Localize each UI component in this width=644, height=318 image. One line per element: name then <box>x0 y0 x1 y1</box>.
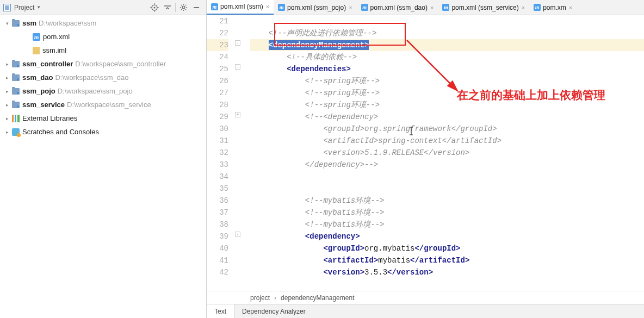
file-icon <box>33 47 40 54</box>
line-number: 30 <box>207 123 228 135</box>
tree-item[interactable]: ▸Scratches and Consoles <box>0 125 206 139</box>
code-line[interactable]: <groupId>org.mybatis</groupId> <box>250 242 644 254</box>
tree-item-label: ssm_controller <box>22 60 73 68</box>
tree-item[interactable]: mpom.xml <box>0 30 206 43</box>
code-line[interactable]: <dependencies> <box>250 63 644 75</box>
breadcrumb-item[interactable]: dependencyManagement <box>281 294 354 302</box>
tree-item[interactable]: ▸ssm_controllerD:\workspace\ssm_controll… <box>0 57 206 71</box>
code-line[interactable]: <artifactId>mybatis</artifactId> <box>250 254 644 266</box>
close-icon[interactable]: × <box>349 4 352 11</box>
breadcrumb-item[interactable]: project <box>250 294 270 302</box>
editor-tab[interactable]: mpom.xml (ssm_service)× <box>438 0 529 15</box>
code-line[interactable]: <!--<dependency> <box>250 111 644 123</box>
sidebar-header: Project ▼ <box>0 0 206 15</box>
gear-icon[interactable] <box>177 1 190 14</box>
bottom-tabs: TextDependency Analyzer <box>207 304 644 318</box>
line-number: 40 <box>207 242 228 254</box>
line-number: 26 <box>207 75 228 87</box>
module-folder-icon <box>12 88 20 95</box>
close-icon[interactable]: × <box>522 4 525 11</box>
code-line[interactable] <box>250 183 644 195</box>
fold-toggle-icon[interactable]: - <box>235 232 240 237</box>
chevron-down-icon[interactable]: ▾ <box>3 20 11 27</box>
collapse-icon[interactable] <box>161 1 174 14</box>
line-number: 38 <box>207 219 228 230</box>
code-line[interactable]: <!--mybatis环境--> <box>250 207 644 219</box>
code-line[interactable]: <!--具体的依赖--> <box>250 51 644 63</box>
close-icon[interactable]: × <box>266 3 269 10</box>
bottom-tab[interactable]: Dependency Analyzer <box>234 304 313 319</box>
code-line[interactable]: <dependencyManagement> <box>250 39 644 51</box>
editor-tabs: mpom.xml (ssm)×mpom.xml (ssm_pojo)×mpom.… <box>207 0 644 15</box>
project-tree[interactable]: ▾ssmD:\workspace\ssmmpom.xmlssm.iml▸ssm_… <box>0 15 206 318</box>
chevron-down-icon[interactable]: ▼ <box>36 5 41 10</box>
chevron-right-icon[interactable]: ▸ <box>3 88 11 95</box>
sidebar-title[interactable]: Project <box>14 4 34 11</box>
tree-item-label: External Libraries <box>22 114 77 122</box>
minimize-icon[interactable] <box>190 1 203 14</box>
line-number: 33 <box>207 159 228 171</box>
code-line[interactable]: </dependency>--> <box>250 159 644 171</box>
code-line[interactable]: <!--mybatis环境--> <box>250 195 644 207</box>
fold-toggle-icon[interactable]: - <box>235 64 240 70</box>
maven-icon: m <box>211 3 218 10</box>
chevron-right-icon[interactable]: ▸ <box>3 101 11 109</box>
tree-item[interactable]: ▸External Libraries <box>0 111 206 125</box>
code-line[interactable]: <dependency> <box>250 230 644 242</box>
code-editor[interactable]: 2122232425262728293031323334353637383940… <box>207 15 644 291</box>
tree-item-path: D:\workspace\ssm_controller <box>75 60 166 68</box>
editor-tab[interactable]: mpom.xm× <box>529 0 577 15</box>
annotation-text: 在之前的基础上加上依赖管理 <box>457 89 605 101</box>
code-line[interactable]: <!--spring环境--> <box>250 75 644 87</box>
chevron-right-icon[interactable]: ▸ <box>3 74 11 82</box>
tab-label: pom.xml (ssm_dao) <box>370 4 428 11</box>
fold-column[interactable]: --+- <box>234 15 250 291</box>
svg-point-1 <box>154 7 156 8</box>
maven-icon: m <box>442 4 449 11</box>
editor-tab[interactable]: mpom.xml (ssm_pojo)× <box>274 0 356 15</box>
close-icon[interactable]: × <box>569 4 572 11</box>
chevron-right-icon[interactable]: ▸ <box>3 60 11 68</box>
tree-item[interactable]: ▸ssm_daoD:\workspace\ssm_dao <box>0 71 206 84</box>
tree-item-label: pom.xml <box>43 33 70 41</box>
tree-item[interactable]: ssm.iml <box>0 43 206 57</box>
project-icon <box>3 4 11 11</box>
code-line[interactable]: <groupId>org.springframework</groupId> <box>250 123 644 135</box>
code-line[interactable] <box>250 15 644 27</box>
code-line[interactable]: <version>3.5.3</version> <box>250 266 644 278</box>
module-folder-icon <box>12 61 20 67</box>
code-content[interactable]: <!--声明此处进行依赖管理--> <dependencyManagement>… <box>250 15 644 291</box>
tree-item[interactable]: ▸ssm_pojoD:\workspace\ssm_pojo <box>0 84 206 98</box>
editor-tab[interactable]: mpom.xml (ssm)× <box>207 0 274 15</box>
editor-area: mpom.xml (ssm)×mpom.xml (ssm_pojo)×mpom.… <box>207 0 644 318</box>
tree-item-label: ssm.iml <box>42 46 66 54</box>
line-number: 23 <box>207 39 228 51</box>
close-icon[interactable]: × <box>430 4 434 11</box>
library-icon <box>12 115 20 122</box>
fold-toggle-icon[interactable]: + <box>235 112 240 117</box>
code-line[interactable]: <!--声明此处进行依赖管理--> <box>250 27 644 39</box>
line-number: 29 <box>207 111 228 123</box>
locate-icon[interactable] <box>148 1 161 14</box>
tab-label: pom.xml (ssm) <box>220 3 263 10</box>
breadcrumb[interactable]: project›dependencyManagement <box>207 291 644 304</box>
code-line[interactable]: <version>5.1.9.RELEASE</version> <box>250 147 644 159</box>
scratch-icon <box>12 128 20 136</box>
tree-item[interactable]: ▾ssmD:\workspace\ssm <box>0 16 206 30</box>
chevron-right-icon[interactable]: ▸ <box>3 115 11 122</box>
line-number: 24 <box>207 51 228 63</box>
editor-tab[interactable]: mpom.xml (ssm_dao)× <box>357 0 438 15</box>
bottom-tab[interactable]: Text <box>207 304 234 319</box>
chevron-right-icon[interactable]: ▸ <box>3 128 11 136</box>
maven-icon: m <box>33 33 40 41</box>
module-folder-icon <box>12 74 20 81</box>
code-line[interactable]: <!--mybatis环境--> <box>250 219 644 230</box>
line-number: 27 <box>207 87 228 99</box>
tab-label: pom.xml (ssm_service) <box>451 4 518 11</box>
code-line[interactable] <box>250 171 644 183</box>
code-line[interactable]: <artifactId>spring-context</artifactId> <box>250 135 644 147</box>
maven-icon: m <box>361 4 368 11</box>
line-number: 21 <box>207 15 228 27</box>
fold-toggle-icon[interactable]: - <box>235 40 240 46</box>
tree-item[interactable]: ▸ssm_serviceD:\workspace\ssm_service <box>0 98 206 111</box>
